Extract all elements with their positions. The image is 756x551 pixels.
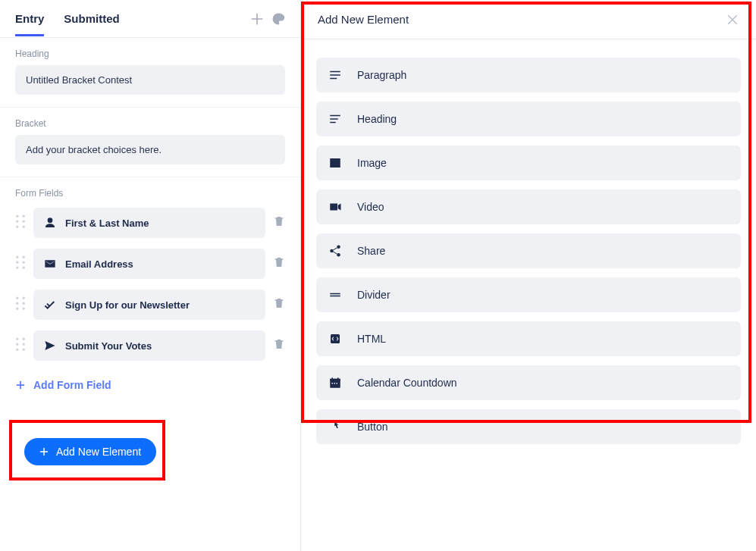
element-list: Paragraph Heading Image Video (301, 39, 756, 471)
svg-point-30 (337, 246, 340, 249)
svg-point-21 (23, 343, 25, 345)
trash-icon[interactable] (273, 256, 285, 271)
element-label: HTML (357, 333, 386, 345)
add-new-element-label: Add New Element (56, 446, 141, 458)
add-form-field-link[interactable]: Add Form Field (15, 374, 111, 396)
user-icon (44, 217, 56, 229)
heading-input[interactable] (15, 65, 285, 95)
form-field-label: Submit Your Votes (65, 340, 152, 352)
tabs-actions (250, 12, 285, 26)
left-panel: Entry Submitted Heading Bracket Form Fie… (0, 0, 301, 551)
drag-handle-icon[interactable] (15, 213, 26, 233)
svg-point-8 (16, 261, 18, 263)
svg-point-1 (23, 214, 25, 217)
svg-rect-24 (330, 71, 340, 73)
svg-point-2 (16, 220, 18, 222)
form-field-row: Email Address (15, 249, 285, 279)
svg-rect-29 (330, 122, 336, 124)
svg-point-4 (16, 225, 18, 227)
drag-handle-icon[interactable] (15, 295, 26, 315)
svg-point-23 (23, 348, 25, 350)
svg-point-0 (16, 214, 18, 217)
element-html[interactable]: HTML (316, 321, 741, 356)
bracket-label: Bracket (15, 118, 285, 129)
svg-point-6 (16, 255, 18, 258)
svg-point-13 (23, 296, 25, 299)
form-field-label: Sign Up for our Newsletter (65, 299, 190, 311)
form-field-email[interactable]: Email Address (33, 249, 265, 279)
form-field-label: First & Last Name (65, 218, 149, 229)
close-icon[interactable] (726, 13, 739, 27)
svg-rect-27 (330, 115, 340, 117)
email-icon (44, 258, 56, 270)
heading-icon (328, 112, 342, 126)
drag-handle-icon[interactable] (15, 254, 26, 274)
modal-header: Add New Element (301, 0, 756, 39)
svg-point-10 (16, 266, 18, 268)
element-paragraph[interactable]: Paragraph (316, 58, 741, 92)
tab-submitted[interactable]: Submitted (64, 2, 119, 36)
modal-title: Add New Element (318, 13, 409, 26)
add-new-element-button[interactable]: Add New Element (24, 438, 156, 465)
element-label: Video (357, 201, 384, 213)
form-fields-label: Form Fields (15, 188, 285, 199)
svg-point-7 (23, 255, 25, 258)
element-divider[interactable]: Divider (316, 277, 741, 312)
form-field-row: Sign Up for our Newsletter (15, 290, 285, 320)
svg-rect-25 (330, 74, 340, 76)
svg-point-14 (16, 302, 18, 304)
svg-rect-34 (330, 296, 340, 297)
svg-rect-38 (332, 383, 334, 384)
svg-rect-40 (337, 383, 338, 384)
element-button[interactable]: Button (316, 409, 741, 444)
right-panel: Add New Element Paragraph Heading (301, 0, 756, 551)
svg-point-9 (23, 261, 25, 263)
svg-point-32 (337, 253, 340, 257)
svg-rect-33 (330, 293, 340, 295)
form-field-name[interactable]: First & Last Name (33, 208, 265, 238)
svg-point-20 (16, 343, 18, 345)
trash-icon[interactable] (273, 338, 285, 353)
form-field-row: Submit Your Votes (15, 330, 285, 361)
element-heading[interactable]: Heading (316, 102, 741, 136)
add-tab-icon[interactable] (250, 12, 264, 26)
heading-label: Heading (15, 49, 285, 59)
element-image[interactable]: Image (316, 146, 741, 180)
svg-point-17 (23, 307, 25, 309)
bottom-area: Add New Element (0, 420, 300, 479)
tabs-bar: Entry Submitted (0, 0, 300, 38)
form-field-newsletter[interactable]: Sign Up for our Newsletter (33, 290, 265, 320)
button-icon (328, 420, 342, 434)
svg-rect-26 (330, 78, 337, 80)
tab-entry[interactable]: Entry (15, 2, 44, 36)
element-calendar[interactable]: Calendar Countdown (316, 365, 741, 400)
form-field-label: Email Address (65, 258, 133, 270)
trash-icon[interactable] (273, 215, 285, 230)
svg-point-11 (23, 266, 25, 268)
add-form-field-label: Add Form Field (33, 379, 111, 391)
bracket-input[interactable] (15, 135, 285, 164)
element-share[interactable]: Share (316, 233, 741, 268)
element-label: Image (357, 157, 387, 169)
svg-rect-28 (330, 118, 338, 120)
element-label: Button (357, 421, 387, 433)
svg-point-31 (330, 249, 334, 253)
paragraph-icon (328, 68, 342, 82)
palette-icon[interactable] (271, 12, 285, 26)
share-icon (328, 244, 342, 258)
svg-point-16 (16, 307, 18, 309)
image-icon (328, 156, 342, 170)
drag-handle-icon[interactable] (15, 336, 26, 355)
element-label: Heading (357, 113, 397, 125)
html-icon (328, 332, 342, 346)
element-video[interactable]: Video (316, 189, 741, 224)
svg-point-18 (16, 337, 18, 340)
calendar-icon (328, 376, 342, 390)
send-icon (44, 340, 56, 352)
element-label: Calendar Countdown (357, 377, 457, 389)
trash-icon[interactable] (273, 297, 285, 312)
svg-point-5 (23, 225, 25, 227)
svg-rect-39 (334, 383, 336, 384)
form-field-submit[interactable]: Submit Your Votes (33, 330, 265, 361)
element-label: Share (357, 245, 385, 257)
